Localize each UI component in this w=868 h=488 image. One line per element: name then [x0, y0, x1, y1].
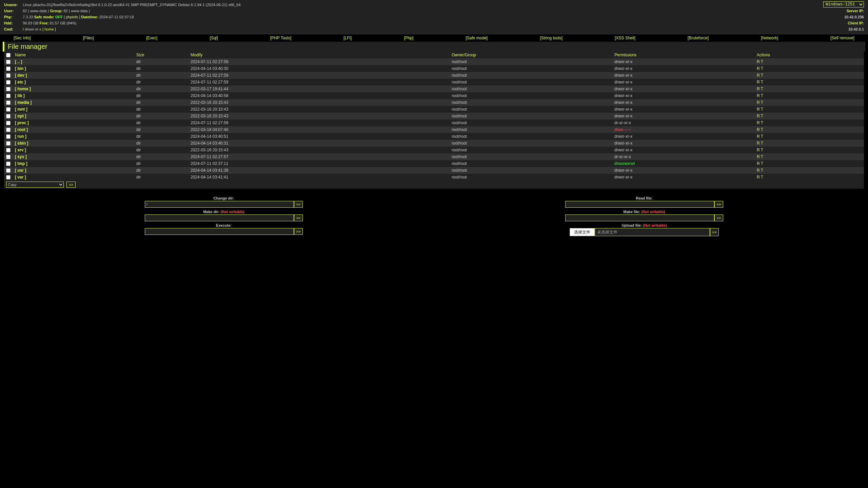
action-rename[interactable]: R	[757, 154, 760, 159]
file-permissions[interactable]: drwxr-xr-x	[614, 87, 632, 91]
file-permissions[interactable]: drwxrwxrwt	[614, 161, 635, 166]
action-rename[interactable]: R	[757, 161, 760, 166]
row-checkbox[interactable]	[6, 80, 11, 85]
action-rename[interactable]: R	[757, 127, 760, 132]
nav-link-12[interactable]: [Self remove]	[830, 36, 854, 40]
execute-go[interactable]: >>	[294, 228, 303, 235]
file-permissions[interactable]: drwxr-xr-x	[614, 93, 632, 98]
row-checkbox[interactable]	[6, 148, 11, 152]
file-permissions[interactable]: drwxr-xr-x	[614, 59, 632, 64]
action-touch[interactable]: T	[761, 154, 763, 159]
make-file-input[interactable]	[565, 214, 714, 221]
nav-link-3[interactable]: [Sql]	[210, 36, 218, 40]
file-name-link[interactable]: [ opt ]	[15, 114, 26, 118]
action-rename[interactable]: R	[757, 80, 760, 85]
encoding-select[interactable]: Windows-1251	[823, 1, 864, 7]
row-checkbox[interactable]	[6, 67, 11, 71]
file-permissions[interactable]: drwx------	[614, 127, 631, 132]
read-file-go[interactable]: >>	[714, 201, 724, 208]
row-checkbox[interactable]	[6, 121, 11, 125]
action-touch[interactable]: T	[761, 66, 763, 71]
action-rename[interactable]: R	[757, 66, 760, 71]
file-permissions[interactable]: drwxr-xr-x	[614, 175, 632, 180]
row-checkbox[interactable]	[6, 87, 11, 91]
nav-link-11[interactable]: [Network]	[761, 36, 778, 40]
nav-link-9[interactable]: [XSS Shell]	[615, 36, 635, 40]
action-touch[interactable]: T	[761, 175, 763, 180]
nav-link-0[interactable]: [Sec Info]	[14, 36, 31, 40]
row-checkbox[interactable]	[6, 141, 11, 146]
phpinfo-link[interactable]: [ phpinfo ]	[64, 15, 80, 19]
file-name-link[interactable]: [ srv ]	[15, 148, 26, 152]
nav-link-6[interactable]: [Php]	[404, 36, 413, 40]
file-chooser-button[interactable]: 选择文件	[570, 228, 595, 236]
file-name-link[interactable]: [ etc ]	[15, 80, 26, 85]
row-checkbox[interactable]	[6, 155, 11, 159]
file-permissions[interactable]: drwxr-xr-x	[614, 114, 632, 118]
file-name-link[interactable]: [ root ]	[15, 127, 28, 132]
read-file-input[interactable]	[565, 201, 714, 208]
file-permissions[interactable]: drwxr-xr-x	[614, 73, 632, 78]
action-touch[interactable]: T	[761, 148, 763, 152]
col-modify[interactable]: Modify	[191, 53, 202, 57]
action-touch[interactable]: T	[761, 127, 763, 132]
file-permissions[interactable]: drwxr-xr-x	[614, 66, 632, 71]
change-dir-go[interactable]: >>	[294, 201, 303, 208]
file-permissions[interactable]: drwxr-xr-x	[614, 107, 632, 112]
file-name-link[interactable]: [ media ]	[15, 100, 32, 105]
action-rename[interactable]: R	[757, 73, 760, 78]
action-touch[interactable]: T	[761, 59, 763, 64]
row-checkbox[interactable]	[6, 175, 11, 180]
row-checkbox[interactable]	[6, 128, 11, 132]
action-touch[interactable]: T	[761, 73, 763, 78]
nav-link-1[interactable]: [Files]	[83, 36, 94, 40]
nav-link-7[interactable]: [Safe mode]	[466, 36, 488, 40]
nav-link-8[interactable]: [String tools]	[540, 36, 563, 40]
make-dir-input[interactable]	[145, 214, 294, 221]
action-rename[interactable]: R	[757, 120, 760, 125]
action-rename[interactable]: R	[757, 134, 760, 139]
action-touch[interactable]: T	[761, 80, 763, 85]
action-rename[interactable]: R	[757, 93, 760, 98]
file-permissions[interactable]: drwxr-xr-x	[614, 148, 632, 152]
row-checkbox[interactable]	[6, 94, 11, 98]
action-rename[interactable]: R	[757, 175, 760, 180]
action-rename[interactable]: R	[757, 141, 760, 146]
action-rename[interactable]: R	[757, 168, 760, 173]
action-touch[interactable]: T	[761, 100, 763, 105]
file-name-link[interactable]: [ var ]	[15, 175, 26, 180]
col-name[interactable]: Name	[15, 53, 26, 57]
nav-link-5[interactable]: [LFI]	[343, 36, 352, 40]
file-permissions[interactable]: drwxr-xr-x	[614, 80, 632, 85]
file-name-link[interactable]: [ proc ]	[15, 120, 29, 125]
make-dir-go[interactable]: >>	[294, 214, 303, 221]
row-checkbox[interactable]	[6, 162, 11, 166]
file-name-link[interactable]: [ dev ]	[15, 73, 27, 78]
action-touch[interactable]: T	[761, 141, 763, 146]
cwd-home-link[interactable]: [ home ]	[42, 27, 56, 31]
file-permissions[interactable]: dr-xr-xr-x	[614, 120, 631, 125]
nav-link-10[interactable]: [Bruteforce]	[688, 36, 709, 40]
row-checkbox[interactable]	[6, 168, 11, 173]
file-permissions[interactable]: dr-xr-xr-x	[614, 154, 631, 159]
row-checkbox[interactable]	[6, 60, 11, 64]
nav-link-4[interactable]: [PHP Tools]	[270, 36, 291, 40]
action-touch[interactable]: T	[761, 93, 763, 98]
file-name-link[interactable]: [ usr ]	[15, 168, 26, 173]
action-rename[interactable]: R	[757, 107, 760, 112]
upload-file-go[interactable]: >>	[710, 228, 719, 236]
file-name-link[interactable]: [ sbin ]	[15, 141, 28, 146]
action-touch[interactable]: T	[761, 168, 763, 173]
col-size[interactable]: Size	[136, 53, 144, 57]
row-checkbox[interactable]	[6, 107, 11, 112]
action-rename[interactable]: R	[757, 59, 760, 64]
file-name-link[interactable]: [ sys ]	[15, 154, 27, 159]
execute-input[interactable]	[145, 228, 294, 235]
action-touch[interactable]: T	[761, 107, 763, 112]
file-name-link[interactable]: [ .. ]	[15, 59, 22, 64]
make-file-go[interactable]: >>	[714, 214, 724, 221]
file-permissions[interactable]: drwxr-xr-x	[614, 134, 632, 139]
file-permissions[interactable]: drwxr-xr-x	[614, 168, 632, 173]
file-name-link[interactable]: [ bin ]	[15, 66, 26, 71]
row-checkbox[interactable]	[6, 100, 11, 105]
